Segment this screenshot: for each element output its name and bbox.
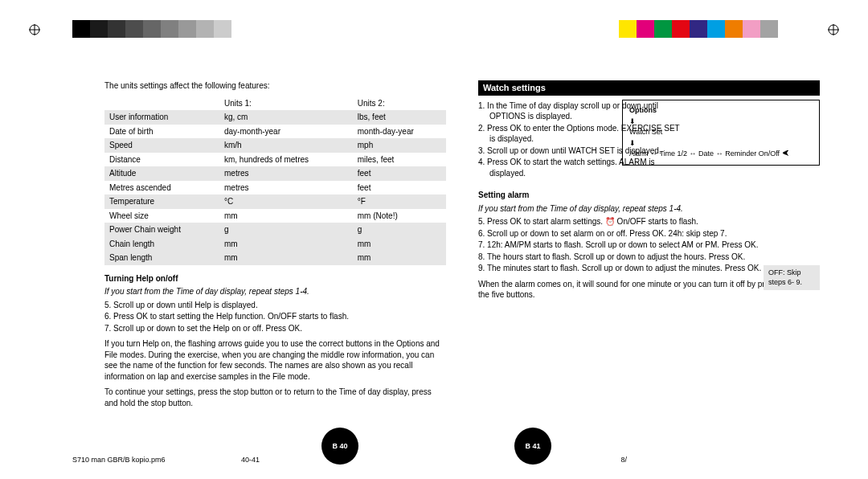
table-cell: mph	[353, 138, 446, 153]
swatch	[743, 20, 760, 38]
swatch	[637, 20, 654, 38]
footer-pages: 40-41	[241, 456, 260, 464]
table-cell: Wheel size	[104, 209, 219, 223]
down-arrow-icon: ⬇	[629, 138, 814, 149]
options-diagram: Options ⬇ Watch Set ⬇ Alarm ↔ Time 1/2 ↔…	[622, 100, 820, 166]
table-row: Power Chain weightgg	[104, 223, 446, 237]
alarm-heading: Setting alarm	[478, 190, 820, 201]
table-cell: Power Chain weight	[104, 223, 219, 237]
swatch	[72, 20, 90, 38]
diagram-watchset: Watch Set	[629, 127, 814, 138]
table-cell: User information	[104, 110, 219, 125]
help-paragraph-1: If you turn Help on, the flashing arrows…	[104, 338, 446, 382]
table-cell: month-day-year	[353, 125, 446, 139]
swatch	[690, 20, 707, 38]
table-cell: °C	[219, 194, 353, 209]
footer-filename: S710 man GBR/B kopio.pm6	[72, 456, 166, 464]
print-grey-bar	[72, 20, 249, 38]
watch-settings-heading: Watch settings	[478, 80, 820, 96]
page-number-right: B 41	[514, 428, 551, 465]
diagram-row: Alarm ↔ Time 1/2 ↔ Date ↔ Reminder On/Of…	[629, 149, 814, 160]
help-paragraph-2: To continue your settings, press the sto…	[104, 387, 446, 408]
table-cell: metres	[219, 166, 353, 181]
swatch	[196, 20, 214, 38]
table-row: Altitudemetresfeet	[104, 166, 446, 181]
page-number-left: B 40	[321, 428, 358, 465]
table-header: Units 2:	[353, 96, 446, 111]
table-cell: mm	[219, 209, 353, 223]
alarm-intro: If you start from the Time of day displa…	[478, 203, 820, 215]
print-color-bar	[619, 20, 796, 38]
swatch	[672, 20, 690, 38]
table-row: Speedkm/hmph	[104, 138, 446, 153]
table-cell: km, hundreds of metres	[219, 153, 353, 167]
double-arrow-icon: ↔	[690, 149, 697, 160]
table-cell: km/h	[219, 138, 353, 153]
table-cell: g	[219, 223, 353, 237]
table-cell: day-month-year	[219, 125, 353, 139]
table-row: Wheel sizemmmm (Note!)	[104, 209, 446, 223]
swatch	[161, 20, 178, 38]
table-cell: Chain length	[104, 237, 219, 252]
table-cell: feet	[353, 166, 446, 181]
table-cell: metres	[219, 181, 353, 195]
left-page: The units settings affect the following …	[104, 80, 446, 463]
table-row: Date of birthday-month-yearmonth-day-yea…	[104, 125, 446, 139]
list-item: 8. The hours start to flash. Scroll up o…	[478, 252, 820, 263]
registration-mark-left	[29, 24, 40, 35]
swatch	[231, 20, 249, 38]
table-cell: Distance	[104, 153, 219, 167]
help-steps: 5. Scroll up or down until Help is displ…	[104, 300, 446, 334]
right-page: Watch settings 1. In the Time of day dis…	[478, 80, 820, 463]
list-item: 6. Press OK to start setting the Help fu…	[104, 311, 446, 322]
swatch	[778, 20, 796, 38]
double-arrow-icon: ↔	[650, 149, 657, 160]
swatch	[108, 20, 125, 38]
table-row: User informationkg, cmlbs, feet	[104, 110, 446, 125]
table-cell: Date of birth	[104, 125, 219, 139]
diagram-options: Options	[629, 105, 814, 117]
units-table: Units 1:Units 2:User informationkg, cmlb…	[104, 96, 446, 265]
registration-mark-right	[828, 24, 839, 35]
list-item: 5. Scroll up or down until Help is displ…	[104, 300, 446, 311]
table-cell: Altitude	[104, 166, 219, 181]
down-arrow-icon: ⬇	[629, 117, 814, 128]
swatch	[619, 20, 637, 38]
table-cell: Metres ascended	[104, 181, 219, 195]
table-cell: miles, feet	[353, 153, 446, 167]
table-header: Units 1:	[219, 96, 353, 111]
table-cell: Temperature	[104, 194, 219, 209]
list-item: 7. 12h: AM/PM starts to flash. Scroll up…	[478, 240, 820, 251]
skip-note: OFF: Skip steps 6- 9.	[764, 265, 820, 290]
table-row: Distancekm, hundreds of metresmiles, fee…	[104, 153, 446, 167]
table-cell: Speed	[104, 138, 219, 153]
table-cell: mm (Note!)	[353, 209, 446, 223]
left-arrow-icon: ⮜	[782, 149, 789, 158]
table-cell: mm	[353, 251, 446, 265]
swatch	[654, 20, 672, 38]
table-row: Chain lengthmmmm	[104, 237, 446, 252]
table-cell: mm	[219, 251, 353, 265]
units-intro: The units settings affect the following …	[104, 80, 446, 92]
swatch	[760, 20, 778, 38]
table-cell: °F	[353, 194, 446, 209]
table-cell: lbs, feet	[353, 110, 446, 125]
table-header	[104, 96, 219, 111]
table-cell: g	[353, 223, 446, 237]
help-heading: Turning Help on/off	[104, 273, 446, 285]
list-item: 6. Scroll up or down to set alarm on or …	[478, 228, 820, 240]
help-intro: If you start from the Time of day displa…	[104, 286, 446, 297]
table-row: Temperature°C°F	[104, 194, 446, 209]
swatch	[90, 20, 108, 38]
table-cell: kg, cm	[219, 110, 353, 125]
table-row: Span lengthmmmm	[104, 251, 446, 265]
list-item: 5. Press OK to start alarm settings. ⏰ O…	[478, 216, 820, 227]
swatch	[725, 20, 743, 38]
list-item: 7. Scroll up or down to set the Help on …	[104, 323, 446, 334]
double-arrow-icon: ↔	[716, 149, 723, 160]
swatch	[143, 20, 161, 38]
table-cell: mm	[219, 237, 353, 252]
swatch	[214, 20, 231, 38]
swatch	[125, 20, 143, 38]
table-cell: feet	[353, 181, 446, 195]
